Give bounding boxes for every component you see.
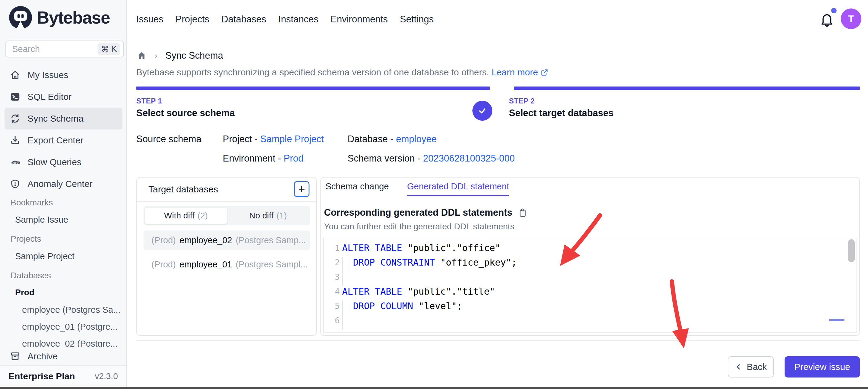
source-project: Project - Sample Project <box>223 134 324 145</box>
step2-title: Select target databases <box>509 108 614 118</box>
sidebar-item-label: Slow Queries <box>28 157 81 167</box>
project-label: Project - <box>223 134 260 144</box>
ddl-heading-text: Corresponding generated DDL statements <box>324 207 512 218</box>
search-box[interactable]: ⌘ K <box>5 40 124 57</box>
sidebar-item-label: Anomaly Center <box>28 179 92 189</box>
step2-label: STEP 2 <box>509 97 614 105</box>
code-line: 3 <box>324 270 857 284</box>
db-name: employee_02 <box>180 235 232 245</box>
breadcrumb-page-title: Sync Schema <box>165 50 223 61</box>
learn-more-link[interactable]: Learn more <box>492 67 538 77</box>
step1-progress-bar <box>136 86 490 90</box>
notification-bell-icon[interactable] <box>819 11 835 27</box>
sidebar-item-slow-queries[interactable]: Slow Queries <box>4 151 122 173</box>
tab-count: (2) <box>197 211 208 221</box>
nav-item-settings[interactable]: Settings <box>400 14 434 25</box>
copy-clipboard-icon[interactable] <box>518 208 527 218</box>
db-suffix: (Postgres Sampl... <box>236 259 308 270</box>
db-environment: (Prod) <box>151 259 176 270</box>
source-schema-version: Schema version - 20230628100325-000 <box>347 153 515 164</box>
sidebar-section-bookmarks: Bookmarks <box>10 198 53 207</box>
tab-label: With diff <box>164 211 195 221</box>
tab-generated-ddl[interactable]: Generated DDL statement <box>407 177 509 196</box>
step1-label: STEP 1 <box>136 97 235 105</box>
sidebar-item-label: Export Center <box>28 135 84 145</box>
tab-with-diff[interactable]: With diff (2) <box>145 207 227 224</box>
preview-issue-button[interactable]: Preview issue <box>784 356 860 378</box>
bytebase-app: Bytebase ⌘ K My Issues SQL Editor <box>0 0 868 389</box>
sql-code-editor[interactable]: 1ALTER TABLE "public"."office" 2 DROP CO… <box>323 238 857 333</box>
schema-version-link[interactable]: 20230628100325-000 <box>423 153 515 164</box>
plan-label: Enterprise Plan <box>8 371 75 382</box>
sidebar-item-sync-schema[interactable]: Sync Schema <box>4 108 122 130</box>
external-link-icon[interactable] <box>540 68 549 77</box>
target-card-header: Target databases + <box>137 177 316 201</box>
avatar-initial: T <box>848 13 854 25</box>
nav-item-environments[interactable]: Environments <box>331 14 388 25</box>
nav-item-instances[interactable]: Instances <box>278 14 318 25</box>
turtle-icon <box>10 157 20 167</box>
sidebar-db-employee-01[interactable]: employee_01 (Postgre... <box>22 322 122 332</box>
nav-item-databases[interactable]: Databases <box>221 14 266 25</box>
source-environment: Environment - Prod <box>223 153 304 164</box>
step1-block: STEP 1 Select source schema <box>136 97 235 118</box>
sidebar-bookmark-sample-issue[interactable]: Sample Issue <box>15 215 68 225</box>
code-line: 6 <box>324 313 857 328</box>
sidebar-db-employee[interactable]: employee (Postgres Sa... <box>22 305 122 315</box>
sidebar-project-sample-project[interactable]: Sample Project <box>15 251 75 261</box>
page-description: Bytebase supports synchronizing a specif… <box>136 67 549 78</box>
editor-horizontal-scrollbar[interactable] <box>829 319 844 321</box>
sidebar-item-archive[interactable]: Archive <box>4 346 122 366</box>
tab-no-diff[interactable]: No diff (1) <box>227 207 309 224</box>
environment-label: Environment - <box>223 153 284 164</box>
sync-icon <box>10 113 20 124</box>
target-db-row-employee-01[interactable]: (Prod) employee_01 (Postgres Sampl... <box>144 255 310 274</box>
step1-title: Select source schema <box>136 108 235 118</box>
source-schema-label: Source schema <box>136 134 201 145</box>
sidebar-item-label: SQL Editor <box>28 92 72 102</box>
add-target-database-button[interactable]: + <box>294 181 309 197</box>
search-input[interactable] <box>12 44 98 54</box>
brand-logo[interactable]: Bytebase <box>9 6 110 29</box>
db-suffix: (Postgres Samp... <box>236 235 306 245</box>
tab-schema-change[interactable]: Schema change <box>326 177 389 196</box>
sidebar-item-sql-editor[interactable]: SQL Editor <box>4 86 122 108</box>
sidebar-section-databases: Databases <box>10 271 51 280</box>
code-line: 1ALTER TABLE "public"."office" <box>324 241 857 255</box>
description-text: Bytebase supports synchronizing a specif… <box>136 67 489 77</box>
project-link[interactable]: Sample Project <box>260 134 324 144</box>
breadcrumb: › Sync Schema <box>137 50 223 61</box>
nav-item-issues[interactable]: Issues <box>136 14 163 25</box>
sidebar-section-projects: Projects <box>10 234 41 244</box>
nav-item-projects[interactable]: Projects <box>176 14 210 25</box>
ddl-subheading: You can further edit the generated DDL s… <box>324 222 515 231</box>
schema-version-label: Schema version - <box>347 153 423 164</box>
diff-filter-segmented-control: With diff (2) No diff (1) <box>144 206 310 225</box>
version-label: v2.3.0 <box>95 371 118 381</box>
db-environment: (Prod) <box>151 235 176 245</box>
indent-guide <box>342 257 343 286</box>
breadcrumb-home-icon[interactable] <box>137 51 147 60</box>
target-db-row-employee-02[interactable]: (Prod) employee_02 (Postgres Samp... <box>144 230 310 250</box>
ddl-heading-row: Corresponding generated DDL statements <box>324 207 527 218</box>
sidebar-item-export-center[interactable]: Export Center <box>4 130 122 151</box>
home-icon <box>10 70 20 80</box>
notification-dot <box>831 8 837 13</box>
environment-link[interactable]: Prod <box>284 153 304 164</box>
preview-issue-label: Preview issue <box>794 362 850 372</box>
back-button[interactable]: Back <box>728 356 774 378</box>
user-avatar[interactable]: T <box>841 8 861 29</box>
code-line: 5 DROP COLUMN "level"; <box>324 299 857 313</box>
main-nav: Issues Projects Databases Instances Envi… <box>136 0 434 39</box>
indent-guide <box>342 301 343 330</box>
sidebar-archive-row: Archive <box>0 346 126 366</box>
sidebar-item-anomaly-center[interactable]: Anomaly Center <box>4 173 122 195</box>
editor-vertical-scrollbar[interactable] <box>848 239 855 262</box>
sidebar-footer[interactable]: Enterprise Plan v2.3.0 <box>0 365 126 387</box>
database-link[interactable]: employee <box>396 134 436 144</box>
tab-label: No diff <box>249 211 273 221</box>
divider <box>137 201 316 202</box>
sidebar-item-my-issues[interactable]: My Issues <box>4 64 122 86</box>
brand-name: Bytebase <box>37 7 110 28</box>
breadcrumb-separator: › <box>154 51 157 61</box>
